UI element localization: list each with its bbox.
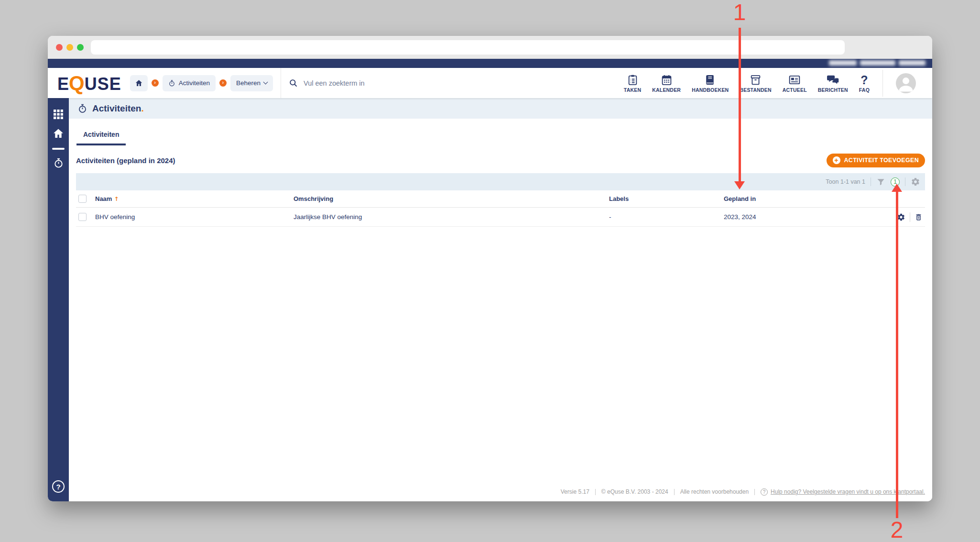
annotation-label-1: 1 bbox=[729, 1, 750, 24]
home-icon bbox=[135, 79, 143, 87]
equse-logo[interactable]: EQUSE bbox=[57, 73, 121, 93]
main-nav: TAKEN KALENDER bbox=[624, 70, 932, 97]
footer-divider bbox=[754, 489, 755, 495]
section-header: Activiteiten (gepland in 2024) + ACTIVIT… bbox=[76, 153, 925, 167]
tab-bar: Activiteiten bbox=[69, 119, 932, 145]
grid-icon bbox=[54, 110, 63, 119]
table-toolbar: Toon 1-1 van 1 1 bbox=[76, 173, 925, 190]
help-circle-icon: ? bbox=[761, 488, 768, 496]
chat-bubbles-icon bbox=[827, 74, 839, 86]
book-icon bbox=[704, 74, 716, 86]
pagination-summary: Toon 1-1 van 1 bbox=[826, 178, 865, 185]
search-input[interactable] bbox=[303, 79, 427, 88]
archive-box-icon bbox=[750, 74, 762, 86]
nav-item-handboeken[interactable]: HANDBOEKEN bbox=[692, 74, 729, 93]
cell-gepland-in: 2023, 2024 bbox=[724, 213, 886, 221]
nav-item-kalender[interactable]: KALENDER bbox=[652, 74, 681, 93]
annotation-arrow-2-head bbox=[892, 184, 902, 192]
content-area: Activiteiten (gepland in 2024) + ACTIVIT… bbox=[69, 145, 932, 485]
nav-item-actueel[interactable]: ACTUEEL bbox=[783, 74, 807, 93]
address-bar[interactable] bbox=[91, 40, 845, 55]
account-strip bbox=[48, 59, 932, 68]
tab-activiteiten[interactable]: Activiteiten bbox=[76, 131, 126, 145]
nav-label: HANDBOEKEN bbox=[692, 87, 729, 93]
person-icon bbox=[896, 73, 916, 93]
table-settings-button[interactable] bbox=[911, 177, 920, 187]
nav-label: BERICHTEN bbox=[818, 87, 848, 93]
question-mark-icon: ? bbox=[860, 74, 868, 86]
screenshot-stage: EQUSE › Activiteiten › bbox=[0, 0, 980, 542]
breadcrumb-activiteiten[interactable]: Activiteiten bbox=[163, 75, 216, 91]
sidebar-help-button[interactable]: ? bbox=[52, 480, 65, 493]
redacted-user-info bbox=[829, 60, 926, 66]
column-header-gepland-in[interactable]: Gepland in bbox=[724, 195, 886, 202]
add-activity-button[interactable]: + ACTIVITEIT TOEVOEGEN bbox=[827, 154, 925, 167]
trash-icon bbox=[915, 213, 923, 221]
plus-icon: + bbox=[833, 156, 840, 164]
sidebar: ? bbox=[48, 98, 69, 501]
column-header-labels[interactable]: Labels bbox=[609, 195, 724, 202]
app-body: ? Activiteiten. Activiteiten Activit bbox=[48, 98, 932, 501]
sidebar-item-activiteiten[interactable] bbox=[48, 155, 69, 172]
nav-item-faq[interactable]: ? FAQ bbox=[859, 74, 870, 93]
row-actions bbox=[897, 212, 925, 222]
table-header-row: Naam↑ Omschrijving Labels Gepland in bbox=[76, 190, 925, 208]
nav-item-bestanden[interactable]: BESTANDEN bbox=[740, 74, 771, 93]
breadcrumb-beheren-dropdown[interactable]: Beheren bbox=[230, 75, 273, 91]
logo-letter-q: Q bbox=[69, 73, 85, 93]
chevron-down-icon bbox=[263, 80, 268, 85]
filter-button[interactable] bbox=[876, 177, 885, 187]
breadcrumb-label: Beheren bbox=[236, 79, 261, 87]
calendar-icon bbox=[661, 74, 673, 86]
cell-labels: - bbox=[609, 213, 724, 221]
footer-help: ? Hulp nodig? Veelgestelde vragen vindt … bbox=[761, 488, 925, 496]
footer-rights: Alle rechten voorbehouden bbox=[680, 488, 749, 495]
main-area: Activiteiten. Activiteiten Activiteiten … bbox=[69, 98, 932, 501]
actions-divider bbox=[910, 212, 910, 222]
nav-label: BESTANDEN bbox=[740, 87, 771, 93]
annotation-label-2: 2 bbox=[886, 519, 907, 542]
header-divider bbox=[281, 68, 281, 98]
close-window-icon[interactable] bbox=[56, 44, 63, 51]
column-header-omschrijving[interactable]: Omschrijving bbox=[294, 195, 609, 202]
breadcrumb-home[interactable] bbox=[130, 75, 148, 91]
minimize-window-icon[interactable] bbox=[66, 44, 73, 51]
toolbar-divider bbox=[905, 177, 905, 186]
sidebar-item-apps[interactable] bbox=[48, 106, 69, 123]
sidebar-active-indicator bbox=[52, 148, 65, 150]
select-all-checkbox[interactable] bbox=[78, 195, 87, 203]
sidebar-item-home[interactable] bbox=[48, 125, 69, 142]
nav-label: TAKEN bbox=[624, 87, 641, 93]
search-area bbox=[289, 78, 427, 88]
gear-icon bbox=[911, 177, 920, 187]
toolbar-divider bbox=[871, 177, 871, 186]
home-icon bbox=[53, 128, 64, 139]
row-checkbox[interactable] bbox=[78, 213, 87, 221]
logo-letters: USE bbox=[85, 76, 121, 93]
nav-item-taken[interactable]: TAKEN bbox=[624, 74, 641, 93]
row-delete-button[interactable] bbox=[915, 213, 923, 221]
search-icon bbox=[289, 78, 298, 88]
maximize-window-icon[interactable] bbox=[77, 44, 84, 51]
chevron-right-icon: › bbox=[152, 79, 159, 87]
chevron-right-icon: › bbox=[219, 79, 227, 87]
page-title-bar: Activiteiten. bbox=[69, 98, 932, 119]
user-avatar[interactable] bbox=[896, 73, 916, 93]
nav-label: ACTUEEL bbox=[783, 87, 807, 93]
stopwatch-icon bbox=[168, 79, 175, 87]
column-header-naam[interactable]: Naam↑ bbox=[95, 195, 294, 202]
footer-divider bbox=[674, 489, 675, 495]
browser-window: EQUSE › Activiteiten › bbox=[48, 36, 932, 501]
app-header: EQUSE › Activiteiten › bbox=[48, 68, 932, 98]
nav-label: FAQ bbox=[859, 87, 870, 93]
footer-copyright: © eQuse B.V. 2003 - 2024 bbox=[601, 488, 668, 495]
stopwatch-icon bbox=[77, 103, 87, 114]
nav-label: KALENDER bbox=[652, 87, 681, 93]
nav-item-berichten[interactable]: BERICHTEN bbox=[818, 74, 848, 93]
newspaper-icon bbox=[788, 74, 801, 86]
table-row[interactable]: BHV oefening Jaarlijkse BHV oefening - 2… bbox=[76, 208, 925, 227]
cell-naam: BHV oefening bbox=[95, 213, 294, 221]
page-title: Activiteiten. bbox=[92, 103, 144, 114]
filter-funnel-icon bbox=[876, 177, 885, 187]
footer-help-link[interactable]: Hulp nodig? Veelgestelde vragen vindt u … bbox=[771, 488, 925, 495]
